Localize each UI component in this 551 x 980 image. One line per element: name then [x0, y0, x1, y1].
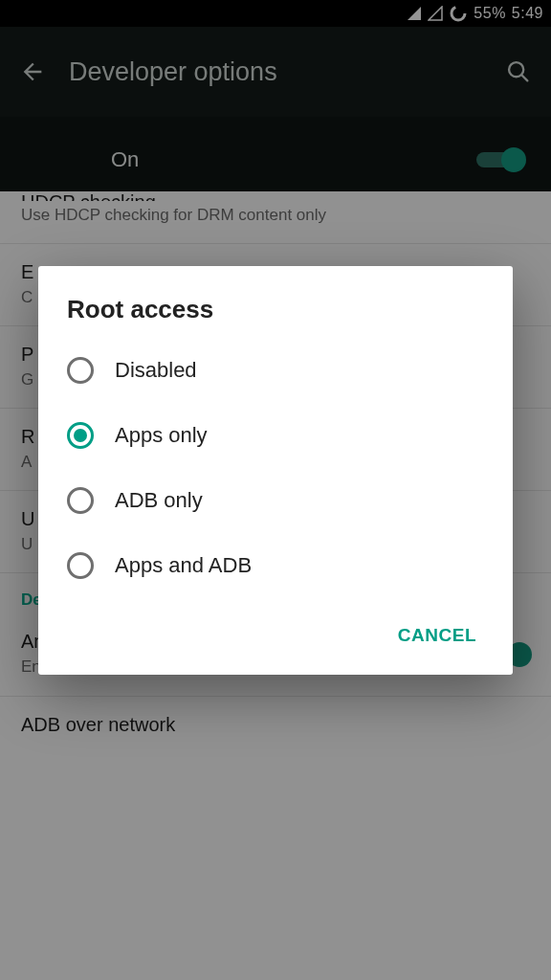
radio-icon — [67, 552, 94, 579]
option-label: ADB only — [115, 488, 203, 513]
cancel-button[interactable]: CANCEL — [385, 615, 490, 656]
option-disabled[interactable]: Disabled — [38, 338, 513, 403]
option-label: Apps and ADB — [115, 553, 252, 578]
dialog-title: Root access — [38, 295, 513, 338]
dialog-actions: CANCEL — [38, 598, 513, 665]
radio-icon — [67, 422, 94, 449]
option-apps-and-adb[interactable]: Apps and ADB — [38, 533, 513, 598]
root-access-dialog: Root access Disabled Apps only ADB only … — [38, 266, 513, 675]
option-label: Disabled — [115, 358, 197, 383]
option-label: Apps only — [115, 423, 208, 448]
option-adb-only[interactable]: ADB only — [38, 468, 513, 533]
radio-icon — [67, 357, 94, 384]
option-apps-only[interactable]: Apps only — [38, 403, 513, 468]
radio-icon — [67, 487, 94, 514]
